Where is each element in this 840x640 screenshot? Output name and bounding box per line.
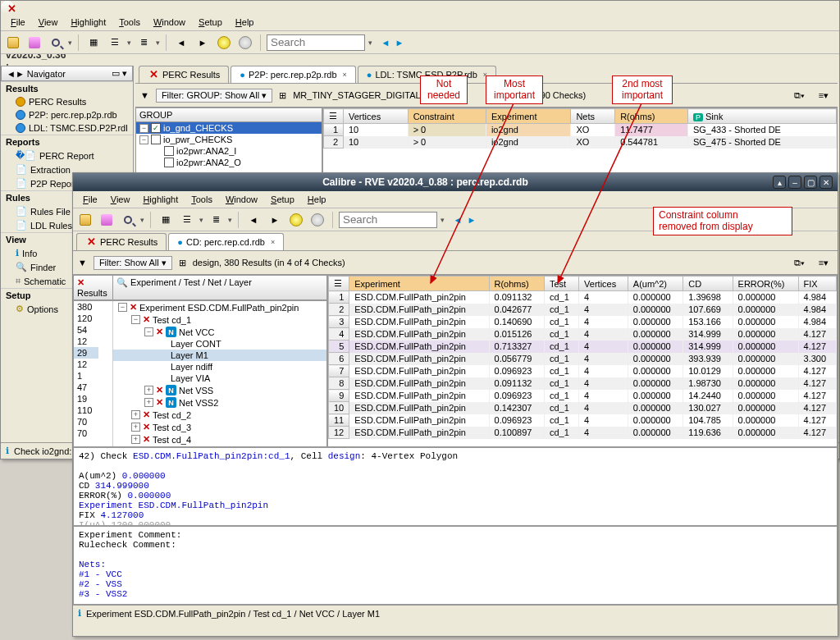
table-row[interactable]: 10ESD.CDM.FullPath_pin2pin0.142307cd_140… <box>329 402 837 414</box>
menu-tools[interactable]: Tools <box>112 16 147 29</box>
col-rohms[interactable]: R(ohms) <box>615 109 688 124</box>
expand-icon[interactable]: + <box>131 423 140 432</box>
tree-row[interactable]: −✕Test cd_1 <box>113 313 326 326</box>
results-tree[interactable]: ✕ Results 🔍 Experiment / Test / Net / La… <box>73 275 327 447</box>
brush-button[interactable] <box>25 34 43 52</box>
light-on-button[interactable] <box>215 34 233 52</box>
min2-button[interactable]: – <box>788 176 801 189</box>
maximize-button[interactable]: ▢ <box>804 176 817 189</box>
table-row[interactable]: 6ESD.CDM.FullPath_pin2pin0.056779cd_140.… <box>329 353 837 365</box>
nav-item-perc-report[interactable]: �ُ📄PERC Report <box>1 149 133 162</box>
tree-row[interactable]: +✕NNet VSS <box>113 384 326 396</box>
expand-icon[interactable]: + <box>144 386 153 395</box>
p2p-table[interactable]: ☰ Vertices Constraint Experiment Nets R(… <box>322 107 838 178</box>
col-constraint[interactable]: Constraint <box>408 109 486 124</box>
tab-cd[interactable]: ●CD: perc.rep.cd.rdb× <box>168 233 284 250</box>
table-row[interactable]: 2ESD.CDM.FullPath_pin2pin0.042677cd_140.… <box>329 304 837 316</box>
table-row[interactable]: 7ESD.CDM.FullPath_pin2pin0.096923cd_140.… <box>329 365 837 377</box>
col-header[interactable]: Experiment <box>349 277 489 291</box>
zoom-button[interactable] <box>47 34 65 52</box>
menu-window[interactable]: Window <box>219 193 264 206</box>
layers-button[interactable]: ≣ <box>135 34 153 52</box>
table-row[interactable]: 210> 0io2gndXO0.544781SG_475 - Shorted D… <box>324 136 837 149</box>
col-nets[interactable]: Nets <box>571 109 615 124</box>
table-row[interactable]: 5ESD.CDM.FullPath_pin2pin0.713327cd_140.… <box>329 341 837 353</box>
group-row[interactable]: io2pwr:ANA2_O <box>136 157 322 168</box>
group-row[interactable]: −✓io_gnd_CHECKS <box>136 122 322 134</box>
layers-button[interactable]: ≣ <box>207 211 225 229</box>
col-experiment[interactable]: Experiment <box>486 109 571 124</box>
col-header[interactable]: ☰ <box>329 277 349 291</box>
checkbox-icon[interactable]: ✓ <box>151 123 161 133</box>
nav-item-perc-results[interactable]: PERC Results <box>1 95 133 108</box>
collapse-icon[interactable]: − <box>131 315 140 324</box>
columns-button[interactable]: ⧉▾ <box>790 86 808 104</box>
filter-dropdown[interactable]: Filter: GROUP: Show All ▾ <box>156 89 272 103</box>
zoom-button[interactable] <box>119 211 137 229</box>
open-button[interactable] <box>4 34 22 52</box>
menu-setup[interactable]: Setup <box>192 16 229 29</box>
close-button[interactable]: ✕ <box>819 176 833 189</box>
menu-highlight[interactable]: Highlight <box>64 16 112 29</box>
expand-icon[interactable]: + <box>131 435 140 444</box>
tab-close-icon[interactable]: × <box>343 71 347 79</box>
expand-icon[interactable]: + <box>131 410 140 419</box>
menu-help[interactable]: Help <box>301 193 333 206</box>
table-row[interactable]: 11ESD.CDM.FullPath_pin2pin0.096923cd_140… <box>329 414 837 427</box>
table-row[interactable]: 3ESD.CDM.FullPath_pin2pin0.140690cd_140.… <box>329 316 837 328</box>
search-input-1[interactable] <box>267 34 365 51</box>
table-row[interactable]: 12ESD.CDM.FullPath_pin2pin0.100897cd_140… <box>329 427 837 439</box>
col-header[interactable]: FIX <box>798 277 836 291</box>
group-tree[interactable]: GROUP −✓io_gnd_CHECKS −io_pwr_CHECKS io2… <box>135 107 322 178</box>
navigator-menu-button[interactable]: ▭ ▾ <box>112 68 127 79</box>
menu-setup[interactable]: Setup <box>264 193 301 206</box>
tree-row[interactable]: Layer ndiff <box>113 361 326 373</box>
tab-perc-results[interactable]: ✕PERC Results <box>139 66 229 83</box>
table-row[interactable]: 1ESD.CDM.FullPath_pin2pin0.091132cd_140.… <box>329 291 837 304</box>
next-button[interactable]: ► <box>266 211 284 229</box>
collapse-icon[interactable]: − <box>144 327 153 336</box>
collapse-icon[interactable]: − <box>139 124 148 133</box>
checkbox-icon[interactable] <box>164 146 174 156</box>
menu-file[interactable]: File <box>4 16 32 29</box>
light-off-button[interactable] <box>236 34 254 52</box>
tree-row[interactable]: +✕Test cd_4 <box>113 433 326 446</box>
menu-view[interactable]: View <box>104 193 137 206</box>
col-header[interactable]: Vertices <box>579 277 628 291</box>
collapse-icon[interactable]: − <box>139 135 148 144</box>
filter-dropdown-2[interactable]: Filter: Show All ▾ <box>94 256 172 270</box>
group-row[interactable]: −io_pwr_CHECKS <box>136 134 322 145</box>
tree-row[interactable]: +✕Test cd_2 <box>113 409 326 421</box>
col-vertices[interactable]: Vertices <box>344 109 409 124</box>
tree-row[interactable]: Layer VIA <box>113 373 326 384</box>
open-button[interactable] <box>76 211 94 229</box>
table-row[interactable]: 4ESD.CDM.FullPath_pin2pin0.015126cd_140.… <box>329 328 837 341</box>
next-button[interactable]: ► <box>194 34 212 52</box>
tab-p2p[interactable]: ●P2P: perc.rep.p2p.rdb× <box>231 66 356 83</box>
tab-close-icon[interactable]: × <box>271 238 275 246</box>
tab-perc-results-2[interactable]: ✕PERC Results <box>76 233 167 250</box>
palette-button[interactable]: ▦ <box>157 211 175 229</box>
col-header[interactable]: A(um^2) <box>628 277 682 291</box>
brush-button[interactable] <box>98 211 116 229</box>
checkbox-icon[interactable] <box>151 135 161 144</box>
detail-pane[interactable]: 42) Check ESD.CDM.FullPath_pin2pin:cd_1,… <box>73 447 838 526</box>
table-row[interactable]: 9ESD.CDM.FullPath_pin2pin0.096923cd_140.… <box>329 390 837 402</box>
search-next[interactable]: ► <box>465 211 478 229</box>
col-sink[interactable]: P Sink <box>687 109 836 124</box>
tree-row[interactable]: −✕Experiment ESD.CDM.FullPath_pin2pin <box>113 301 326 313</box>
columns-button[interactable]: ⧉▾ <box>790 254 808 272</box>
table-row[interactable]: 8ESD.CDM.FullPath_pin2pin0.091132cd_140.… <box>329 377 837 390</box>
tree-row[interactable]: −✕NNet VCC <box>113 326 326 338</box>
tree-row[interactable]: +✕NNet VSS2 <box>113 396 326 409</box>
tree-body[interactable]: −✕Experiment ESD.CDM.FullPath_pin2pin−✕T… <box>113 301 326 446</box>
col-header[interactable]: R(ohms) <box>489 277 544 291</box>
search-prev[interactable]: ◄ <box>451 211 464 229</box>
expand-icon[interactable]: + <box>144 398 153 407</box>
checkbox-icon[interactable] <box>164 158 174 167</box>
nav-item-ldl[interactable]: LDL: TSMC.ESD.P2P.rdl <box>1 121 133 135</box>
tree-row[interactable]: +✕Test cd_3 <box>113 421 326 433</box>
menu-file[interactable]: File <box>76 193 104 206</box>
filter-button[interactable]: ☰ <box>178 211 196 229</box>
menu-tools[interactable]: Tools <box>185 193 219 206</box>
